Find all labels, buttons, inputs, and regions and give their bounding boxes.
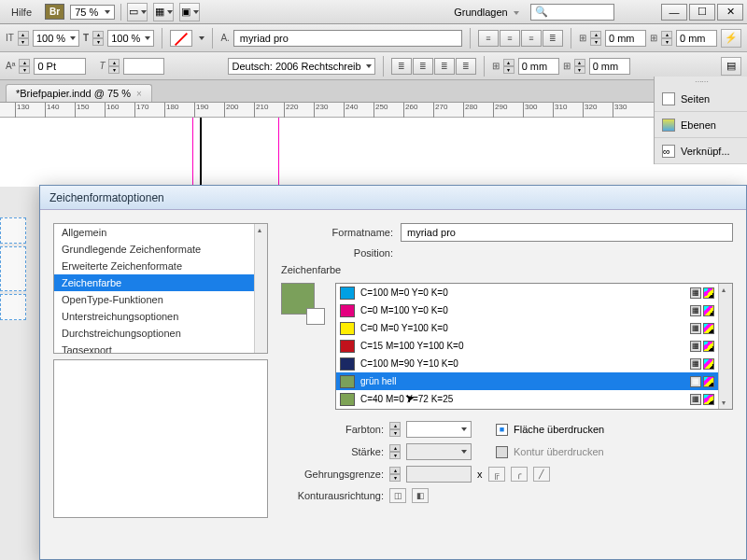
dialog-title: Zeichenformatoptionen <box>40 186 746 210</box>
menu-help[interactable]: Hilfe <box>4 4 39 21</box>
panel-layers[interactable]: Ebenen <box>655 112 747 138</box>
language-select[interactable]: Deutsch: 2006 Rechtschreib <box>228 58 374 75</box>
close-button[interactable]: ✕ <box>717 4 743 21</box>
panel-menu-icon[interactable]: ▤ <box>721 57 741 76</box>
justify-all-icon[interactable]: ≣ <box>434 58 455 75</box>
overprint-fill-checkbox[interactable] <box>496 424 508 436</box>
ruler-tick: 250 <box>374 103 388 118</box>
fill-swatch-icon[interactable] <box>170 30 192 47</box>
bridge-badge[interactable]: Br <box>45 4 64 20</box>
swatch-row[interactable]: C=0 M=100 Y=0 K=0▦ <box>336 301 718 319</box>
page-canvas[interactable] <box>0 118 747 187</box>
category-item[interactable]: OpenType-Funktionen <box>54 291 267 308</box>
bevel-icon[interactable]: ╱ <box>533 467 550 482</box>
panel-pages[interactable]: Seiten <box>655 86 747 112</box>
search-input[interactable]: 🔍 <box>530 4 614 21</box>
swatch-row[interactable]: C=100 M=90 Y=10 K=0▦ <box>336 355 718 372</box>
ruler-tick: 310 <box>553 103 567 118</box>
menubar: Hilfe Br 75 % ▭ ▦ ▣ Grundlagen 🔍 — ☐ ✕ <box>0 0 747 24</box>
justify-left-icon[interactable]: ≣ <box>543 30 563 47</box>
guide-magenta-1[interactable] <box>192 118 193 187</box>
gehrung-field[interactable] <box>406 466 472 483</box>
category-item[interactable]: Zeichenfarbe <box>54 274 267 291</box>
global-icon: ▦ <box>690 341 701 352</box>
swatch-row[interactable]: C=100 M=0 Y=0 K=0▦ <box>336 284 718 301</box>
panel-grip[interactable] <box>655 77 747 86</box>
baseline-shift-field[interactable]: 0 Pt <box>34 58 86 75</box>
miter-icon[interactable]: ╔ <box>488 467 505 482</box>
maximize-button[interactable]: ☐ <box>689 4 715 21</box>
category-list[interactable]: AllgemeinGrundlegende ZeichenformateErwe… <box>53 223 268 354</box>
arrange-icon[interactable]: ▦ <box>153 3 174 21</box>
farbton-label: Farbton: <box>281 424 384 435</box>
process-icon <box>703 305 714 316</box>
inset-left-field[interactable]: 0 mm <box>518 58 559 75</box>
scrollbar[interactable] <box>254 224 267 353</box>
justify-center-icon[interactable]: ≣ <box>391 58 412 75</box>
inset-top-field[interactable]: 0 mm <box>605 30 646 47</box>
view-mode-icon[interactable]: ▭ <box>127 3 148 21</box>
align-right-icon[interactable]: ≡ <box>521 30 542 47</box>
swatch-list[interactable]: C=100 M=0 Y=0 K=0▦C=0 M=100 Y=0 K=0▦C=0 … <box>335 283 733 410</box>
align-stroke-inside-icon[interactable]: ◧ <box>412 488 429 503</box>
align-stroke-center-icon[interactable]: ◫ <box>389 488 406 503</box>
horizontal-scale-field[interactable]: 100 % <box>33 30 79 47</box>
category-item[interactable]: Allgemein <box>54 224 267 241</box>
fill-stroke-proxy[interactable] <box>281 283 315 315</box>
swatch-row[interactable]: C=15 M=100 Y=100 K=0▦ <box>336 337 718 355</box>
panel-links[interactable]: ∞Verknüpf... <box>655 138 747 164</box>
screen-mode-icon[interactable]: ▣ <box>179 3 200 21</box>
scrollbar[interactable] <box>718 284 732 409</box>
round-icon[interactable]: ╭ <box>511 467 528 482</box>
selection-handle[interactable] <box>0 246 26 291</box>
document-tab[interactable]: *Briefpapier.indd @ 75 % × <box>6 84 152 102</box>
char-style-field[interactable] <box>233 30 462 47</box>
overprint-stroke-checkbox[interactable] <box>496 446 508 458</box>
zoom-select[interactable]: 75 % <box>70 5 115 20</box>
ruler-tick: 140 <box>45 103 59 118</box>
workspace-select[interactable]: Grundlagen <box>448 5 525 20</box>
justify-right-icon[interactable]: ≣ <box>413 58 433 75</box>
horizontal-ruler[interactable]: 1301401501601701801902002102202302402502… <box>0 103 747 118</box>
control-panel-row1: IT ▴▾ 100 % T ▴▾ 100 % A. ≡ ≡ ≡ ≣ ⊞▴▾ 0 … <box>0 24 747 52</box>
ruler-tick: 150 <box>75 103 89 118</box>
section-label: Zeichenfarbe <box>281 264 733 275</box>
position-label: Position: <box>281 247 393 259</box>
character-style-options-dialog: Zeichenformatoptionen AllgemeinGrundlege… <box>39 185 747 560</box>
align-left-icon[interactable]: ≡ <box>478 30 499 47</box>
quick-apply-icon[interactable]: ⚡ <box>721 29 741 48</box>
guide-magenta-2[interactable] <box>278 118 279 187</box>
category-item[interactable]: Tagsexport <box>54 342 267 354</box>
skew-field[interactable] <box>123 58 164 75</box>
pages-icon <box>662 92 675 105</box>
ruler-tick: 220 <box>284 103 298 118</box>
char-panel-icon[interactable]: IT <box>6 33 14 43</box>
vertical-scale-field[interactable]: 100 % <box>107 30 154 47</box>
process-icon <box>703 358 714 370</box>
category-item[interactable]: Grundlegende Zeichenformate <box>54 241 267 258</box>
swatch-row[interactable]: grün hell▦ <box>336 372 718 390</box>
inset-bottom-field[interactable]: 0 mm <box>676 30 717 47</box>
category-item[interactable]: Durchstreichungsoptionen <box>54 325 267 342</box>
ruler-tick: 230 <box>314 103 328 118</box>
formatname-input[interactable] <box>401 223 733 242</box>
farbton-field[interactable] <box>406 421 472 438</box>
inset-right-field[interactable]: 0 mm <box>589 58 630 75</box>
global-icon: ▦ <box>690 394 701 405</box>
swatch-name: grün hell <box>360 376 684 386</box>
staerke-field[interactable] <box>406 443 472 460</box>
swatch-row[interactable]: C=0 M=0 Y=100 K=0▦ <box>336 319 718 337</box>
selection-handle[interactable] <box>0 217 26 244</box>
ruler-tick: 260 <box>403 103 417 118</box>
align-center-icon[interactable]: ≡ <box>500 30 520 47</box>
justify-spine-icon[interactable]: ≣ <box>456 58 476 75</box>
ruler-tick: 280 <box>463 103 477 118</box>
minimize-button[interactable]: — <box>661 4 687 21</box>
swatch-chip <box>340 357 355 371</box>
category-item[interactable]: Unterstreichungsoptionen <box>54 308 267 325</box>
selection-handle[interactable] <box>0 294 26 320</box>
tab-close-icon[interactable]: × <box>136 89 142 99</box>
swatch-name: C=40 M=0 Y=72 K=25 <box>360 394 684 404</box>
swatch-row[interactable]: C=40 M=0 Y=72 K=25▦ <box>336 390 718 408</box>
category-item[interactable]: Erweiterte Zeichenformate <box>54 258 267 274</box>
